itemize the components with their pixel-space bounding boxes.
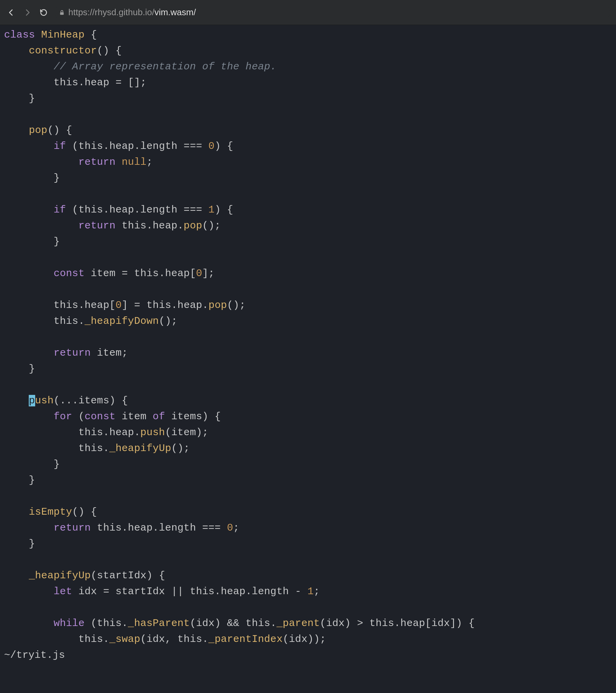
reload-button[interactable] [39,8,49,17]
vim-status-line: ~/tryit.js [0,647,616,663]
lock-icon [59,9,65,16]
vim-editor[interactable]: class MinHeap { constructor() { // Array… [0,25,616,693]
back-button[interactable] [6,8,16,17]
forward-button[interactable] [22,8,33,17]
browser-toolbar: https://rhysd.github.io/vim.wasm/ [0,0,616,25]
url-text: https://rhysd.github.io/vim.wasm/ [68,7,196,18]
address-bar[interactable]: https://rhysd.github.io/vim.wasm/ [55,5,610,20]
svg-rect-0 [60,12,64,15]
code-buffer[interactable]: class MinHeap { constructor() { // Array… [0,27,616,647]
